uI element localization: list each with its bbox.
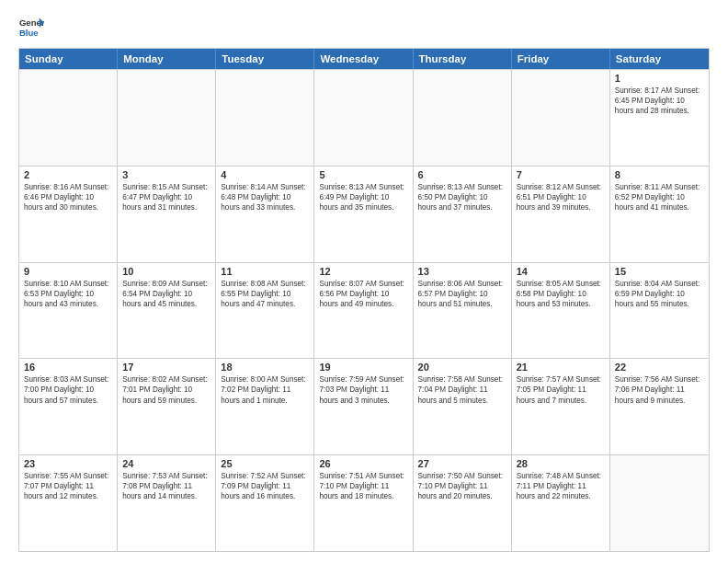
day-cell-20: 20Sunrise: 7:58 AM Sunset: 7:04 PM Dayli… — [414, 359, 512, 454]
calendar-page: General Blue SundayMondayTuesdayWednesda… — [0, 0, 728, 563]
day-info: Sunrise: 8:04 AM Sunset: 6:59 PM Dayligh… — [615, 279, 704, 309]
day-cell-11: 11Sunrise: 8:08 AM Sunset: 6:55 PM Dayli… — [216, 263, 314, 359]
day-cell-26: 26Sunrise: 7:51 AM Sunset: 7:10 PM Dayli… — [314, 455, 413, 551]
day-number: 24 — [122, 458, 210, 469]
day-cell-13: 13Sunrise: 8:06 AM Sunset: 6:57 PM Dayli… — [414, 263, 512, 359]
day-number: 1 — [615, 73, 704, 84]
day-header-thursday: Thursday — [414, 49, 512, 69]
calendar-body: 1Sunrise: 8:17 AM Sunset: 6:45 PM Daylig… — [19, 69, 709, 551]
week-row-2: 2Sunrise: 8:16 AM Sunset: 6:46 PM Daylig… — [19, 166, 709, 262]
day-info: Sunrise: 7:51 AM Sunset: 7:10 PM Dayligh… — [319, 471, 407, 501]
day-cell-24: 24Sunrise: 7:53 AM Sunset: 7:08 PM Dayli… — [118, 455, 216, 551]
day-cell-6: 6Sunrise: 8:13 AM Sunset: 6:50 PM Daylig… — [414, 167, 512, 262]
logo: General Blue — [18, 15, 48, 40]
day-header-saturday: Saturday — [610, 49, 709, 69]
day-cell-19: 19Sunrise: 7:59 AM Sunset: 7:03 PM Dayli… — [314, 359, 413, 454]
day-info: Sunrise: 7:50 AM Sunset: 7:10 PM Dayligh… — [418, 471, 506, 501]
day-cell-17: 17Sunrise: 8:02 AM Sunset: 7:01 PM Dayli… — [118, 359, 216, 454]
day-info: Sunrise: 8:14 AM Sunset: 6:48 PM Dayligh… — [221, 182, 309, 213]
day-cell-21: 21Sunrise: 7:57 AM Sunset: 7:05 PM Dayli… — [512, 359, 610, 454]
day-cell-empty — [19, 70, 118, 166]
day-cell-9: 9Sunrise: 8:10 AM Sunset: 6:53 PM Daylig… — [19, 263, 118, 359]
day-cell-empty — [216, 70, 314, 166]
day-number: 4 — [221, 169, 309, 180]
day-cell-5: 5Sunrise: 8:13 AM Sunset: 6:49 PM Daylig… — [314, 167, 413, 262]
day-info: Sunrise: 7:58 AM Sunset: 7:04 PM Dayligh… — [418, 374, 506, 405]
day-number: 2 — [24, 169, 112, 180]
day-number: 7 — [517, 169, 605, 180]
day-number: 18 — [221, 362, 309, 373]
day-info: Sunrise: 8:12 AM Sunset: 6:51 PM Dayligh… — [517, 182, 605, 213]
day-cell-8: 8Sunrise: 8:11 AM Sunset: 6:52 PM Daylig… — [610, 167, 709, 262]
day-cell-empty — [610, 455, 709, 551]
day-cell-16: 16Sunrise: 8:03 AM Sunset: 7:00 PM Dayli… — [19, 359, 118, 454]
page-header: General Blue — [18, 15, 710, 40]
day-info: Sunrise: 8:03 AM Sunset: 7:00 PM Dayligh… — [24, 374, 112, 405]
day-cell-7: 7Sunrise: 8:12 AM Sunset: 6:51 PM Daylig… — [512, 167, 610, 262]
day-info: Sunrise: 8:02 AM Sunset: 7:01 PM Dayligh… — [122, 374, 210, 405]
day-number: 19 — [319, 362, 407, 373]
day-info: Sunrise: 8:17 AM Sunset: 6:45 PM Dayligh… — [615, 86, 704, 116]
day-cell-22: 22Sunrise: 7:56 AM Sunset: 7:06 PM Dayli… — [610, 359, 709, 454]
day-header-tuesday: Tuesday — [216, 49, 314, 69]
day-info: Sunrise: 8:09 AM Sunset: 6:54 PM Dayligh… — [122, 279, 210, 309]
day-number: 13 — [418, 266, 506, 277]
day-info: Sunrise: 8:00 AM Sunset: 7:02 PM Dayligh… — [221, 374, 309, 405]
day-number: 17 — [122, 362, 210, 373]
day-cell-empty — [512, 70, 610, 166]
day-cell-28: 28Sunrise: 7:48 AM Sunset: 7:11 PM Dayli… — [512, 455, 610, 551]
day-number: 5 — [319, 169, 407, 180]
day-number: 6 — [418, 169, 506, 180]
day-number: 14 — [517, 266, 605, 277]
svg-text:Blue: Blue — [19, 28, 39, 38]
day-info: Sunrise: 7:55 AM Sunset: 7:07 PM Dayligh… — [24, 471, 112, 501]
day-cell-empty — [314, 70, 413, 166]
day-info: Sunrise: 8:07 AM Sunset: 6:56 PM Dayligh… — [319, 279, 407, 309]
day-cell-10: 10Sunrise: 8:09 AM Sunset: 6:54 PM Dayli… — [118, 263, 216, 359]
day-number: 12 — [319, 266, 407, 277]
day-number: 8 — [615, 169, 704, 180]
day-number: 26 — [319, 458, 407, 469]
day-number: 25 — [221, 458, 309, 469]
day-number: 20 — [418, 362, 506, 373]
day-number: 11 — [221, 266, 309, 277]
week-row-3: 9Sunrise: 8:10 AM Sunset: 6:53 PM Daylig… — [19, 262, 709, 359]
day-cell-27: 27Sunrise: 7:50 AM Sunset: 7:10 PM Dayli… — [414, 455, 512, 551]
day-cell-3: 3Sunrise: 8:15 AM Sunset: 6:47 PM Daylig… — [118, 167, 216, 262]
day-number: 21 — [517, 362, 605, 373]
day-cell-18: 18Sunrise: 8:00 AM Sunset: 7:02 PM Dayli… — [216, 359, 314, 454]
day-cell-14: 14Sunrise: 8:05 AM Sunset: 6:58 PM Dayli… — [512, 263, 610, 359]
day-cell-1: 1Sunrise: 8:17 AM Sunset: 6:45 PM Daylig… — [610, 70, 709, 166]
day-info: Sunrise: 7:52 AM Sunset: 7:09 PM Dayligh… — [221, 471, 309, 501]
day-info: Sunrise: 8:10 AM Sunset: 6:53 PM Dayligh… — [24, 279, 112, 309]
day-info: Sunrise: 8:13 AM Sunset: 6:50 PM Dayligh… — [418, 182, 506, 213]
day-number: 3 — [122, 169, 210, 180]
day-number: 16 — [24, 362, 112, 373]
day-info: Sunrise: 8:11 AM Sunset: 6:52 PM Dayligh… — [615, 182, 704, 213]
day-info: Sunrise: 8:06 AM Sunset: 6:57 PM Dayligh… — [418, 279, 506, 309]
day-cell-15: 15Sunrise: 8:04 AM Sunset: 6:59 PM Dayli… — [610, 263, 709, 359]
day-info: Sunrise: 8:08 AM Sunset: 6:55 PM Dayligh… — [221, 279, 309, 309]
week-row-5: 23Sunrise: 7:55 AM Sunset: 7:07 PM Dayli… — [19, 454, 709, 551]
day-number: 28 — [517, 458, 605, 469]
day-number: 10 — [122, 266, 210, 277]
day-info: Sunrise: 8:05 AM Sunset: 6:58 PM Dayligh… — [517, 279, 605, 309]
day-cell-25: 25Sunrise: 7:52 AM Sunset: 7:09 PM Dayli… — [216, 455, 314, 551]
day-cell-2: 2Sunrise: 8:16 AM Sunset: 6:46 PM Daylig… — [19, 167, 118, 262]
day-info: Sunrise: 8:16 AM Sunset: 6:46 PM Dayligh… — [24, 182, 112, 213]
day-cell-empty — [414, 70, 512, 166]
day-cell-12: 12Sunrise: 8:07 AM Sunset: 6:56 PM Dayli… — [314, 263, 413, 359]
day-info: Sunrise: 8:13 AM Sunset: 6:49 PM Dayligh… — [319, 182, 407, 213]
day-header-sunday: Sunday — [19, 49, 118, 69]
day-number: 22 — [615, 362, 704, 373]
day-header-monday: Monday — [118, 49, 216, 69]
logo-icon: General Blue — [18, 15, 44, 40]
day-info: Sunrise: 7:57 AM Sunset: 7:05 PM Dayligh… — [517, 374, 605, 405]
day-cell-4: 4Sunrise: 8:14 AM Sunset: 6:48 PM Daylig… — [216, 167, 314, 262]
day-info: Sunrise: 7:59 AM Sunset: 7:03 PM Dayligh… — [319, 374, 407, 405]
week-row-4: 16Sunrise: 8:03 AM Sunset: 7:00 PM Dayli… — [19, 358, 709, 454]
day-number: 23 — [24, 458, 112, 469]
day-number: 15 — [615, 266, 704, 277]
calendar-header-row: SundayMondayTuesdayWednesdayThursdayFrid… — [19, 49, 709, 69]
day-info: Sunrise: 7:53 AM Sunset: 7:08 PM Dayligh… — [122, 471, 210, 501]
